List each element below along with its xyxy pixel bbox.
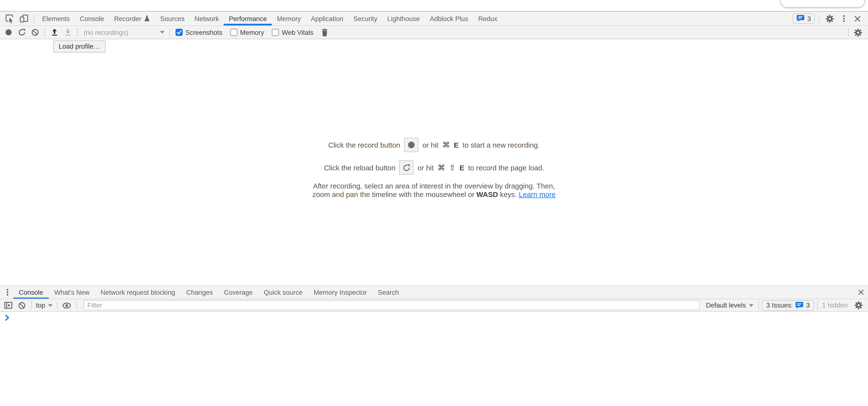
garbage-collect-button[interactable] — [318, 26, 332, 39]
tab-network[interactable]: Network — [190, 11, 224, 25]
drawer-tab-network-request-blocking[interactable]: Network request blocking — [95, 286, 181, 299]
more-vert-icon — [3, 288, 11, 296]
tab-elements[interactable]: Elements — [37, 11, 74, 25]
tab-memory[interactable]: Memory — [272, 11, 306, 25]
reload-button-illustration[interactable] — [399, 161, 414, 175]
close-icon — [857, 289, 864, 296]
record-hint-text: or hit — [423, 141, 438, 149]
tab-console[interactable]: Console — [75, 11, 109, 25]
divider — [31, 301, 31, 309]
inspect-element-button[interactable] — [2, 11, 17, 25]
divider — [44, 28, 45, 37]
cmd-key-glyph: ⌘ — [442, 141, 450, 148]
tab-recorder[interactable]: Recorder — [109, 11, 155, 25]
device-toolbar-icon — [19, 14, 29, 23]
console-filter-input[interactable] — [83, 300, 700, 310]
load-profile-button[interactable] — [48, 26, 61, 39]
more-vert-icon — [839, 14, 848, 23]
javascript-context-dropdown[interactable]: top — [34, 302, 54, 309]
record-button-illustration[interactable] — [404, 138, 418, 152]
tab-performance[interactable]: Performance — [224, 11, 272, 25]
gear-icon — [854, 301, 863, 310]
chevron-down-icon — [160, 31, 164, 34]
tab-security[interactable]: Security — [348, 11, 382, 25]
memory-checkbox[interactable] — [230, 29, 237, 36]
issues-bubble-icon — [797, 15, 805, 22]
paragraph-text: zoom and pan the timeline with the mouse… — [312, 190, 474, 198]
paragraph-text: keys. — [500, 190, 517, 198]
divider — [817, 301, 817, 309]
console-sidebar-toggle-button[interactable] — [2, 299, 15, 311]
recordings-dropdown-value: (no recordings) — [84, 29, 128, 36]
web-vitals-checkbox-label: Web Vitals — [282, 29, 313, 36]
record-icon — [408, 141, 414, 148]
chevron-down-icon — [48, 304, 52, 307]
drawer-tab-quick-source[interactable]: Quick source — [258, 286, 308, 299]
drawer-tab-changes[interactable]: Changes — [181, 286, 218, 299]
tab-label: Memory Inspector — [314, 289, 367, 296]
log-levels-dropdown[interactable]: Default levels — [704, 302, 756, 309]
settings-button[interactable] — [823, 11, 837, 25]
recordings-dropdown[interactable]: (no recordings) — [80, 29, 166, 36]
record-button[interactable] — [2, 26, 15, 39]
save-profile-button[interactable] — [61, 26, 74, 39]
drawer-tab-memory-inspector[interactable]: Memory Inspector — [308, 286, 372, 299]
load-profile-tooltip: Load profile… — [53, 40, 105, 53]
console-prompt[interactable] — [5, 315, 9, 321]
close-devtools-button[interactable] — [851, 11, 864, 25]
download-arrow-icon — [63, 28, 72, 37]
screenshots-checkbox[interactable] — [176, 29, 183, 36]
console-messages-area[interactable] — [0, 312, 868, 406]
drawer-tab-whats-new[interactable]: What's New — [49, 286, 95, 299]
browser-pill-cutoff — [780, 0, 865, 8]
clear-icon — [18, 301, 26, 309]
capture-settings-button[interactable] — [851, 26, 865, 39]
tooltip-text: Load profile… — [59, 42, 100, 50]
tab-application[interactable]: Application — [306, 11, 348, 25]
more-options-button[interactable] — [837, 11, 849, 25]
clear-console-button[interactable] — [15, 299, 28, 311]
drawer-more-tools-button[interactable] — [1, 286, 13, 299]
drawer-tab-console[interactable]: Console — [13, 286, 49, 299]
divider — [169, 28, 170, 37]
drawer: Console What's New Network request block… — [0, 285, 868, 406]
clear-recordings-button[interactable] — [28, 26, 42, 39]
drawer-tab-coverage[interactable]: Coverage — [218, 286, 258, 299]
trash-icon — [321, 28, 329, 37]
divider — [758, 301, 759, 309]
tab-label: Console — [19, 289, 43, 296]
learn-more-link[interactable]: Learn more — [519, 190, 556, 198]
tab-label: Changes — [186, 289, 213, 296]
create-live-expression-button[interactable] — [60, 299, 73, 311]
tab-label: Network request blocking — [100, 289, 175, 296]
close-drawer-button[interactable] — [854, 286, 868, 299]
tab-sources[interactable]: Sources — [155, 11, 190, 25]
reload-hint-text: or hit — [417, 163, 434, 172]
main-tabbar: Elements Console Recorder Sources Networ… — [0, 11, 868, 26]
issues-counter-button[interactable]: 3 Issues: 3 — [762, 300, 814, 310]
divider — [34, 14, 34, 23]
divider — [848, 28, 848, 37]
context-dropdown-value: top — [36, 302, 45, 309]
reload-and-record-button[interactable] — [15, 26, 28, 39]
tab-label: Recorder — [114, 15, 142, 23]
tab-label: Redux — [478, 15, 497, 23]
web-vitals-checkbox[interactable] — [272, 29, 279, 36]
console-toolbar: top Default levels 3 Issues: 3 1 hidden — [0, 299, 868, 312]
chevron-down-icon — [749, 304, 753, 307]
flask-icon — [144, 15, 150, 22]
tab-label: Search — [378, 289, 399, 296]
tab-adblock-plus[interactable]: Adblock Plus — [425, 11, 473, 25]
paragraph-line-2: zoom and pan the timeline with the mouse… — [312, 191, 556, 198]
console-settings-button[interactable] — [852, 299, 865, 311]
tab-label: Memory — [277, 15, 301, 23]
issues-count-button[interactable]: 3 — [793, 13, 815, 24]
tab-redux[interactable]: Redux — [473, 11, 502, 25]
screenshots-checkbox-group[interactable]: Screenshots — [176, 29, 223, 36]
tab-lighthouse[interactable]: Lighthouse — [382, 11, 425, 25]
memory-checkbox-group[interactable]: Memory — [230, 29, 264, 36]
device-toolbar-button[interactable] — [17, 11, 31, 25]
drawer-tab-search[interactable]: Search — [372, 286, 404, 299]
record-hint-text: to start a new recording. — [463, 141, 540, 149]
web-vitals-checkbox-group[interactable]: Web Vitals — [272, 29, 313, 36]
